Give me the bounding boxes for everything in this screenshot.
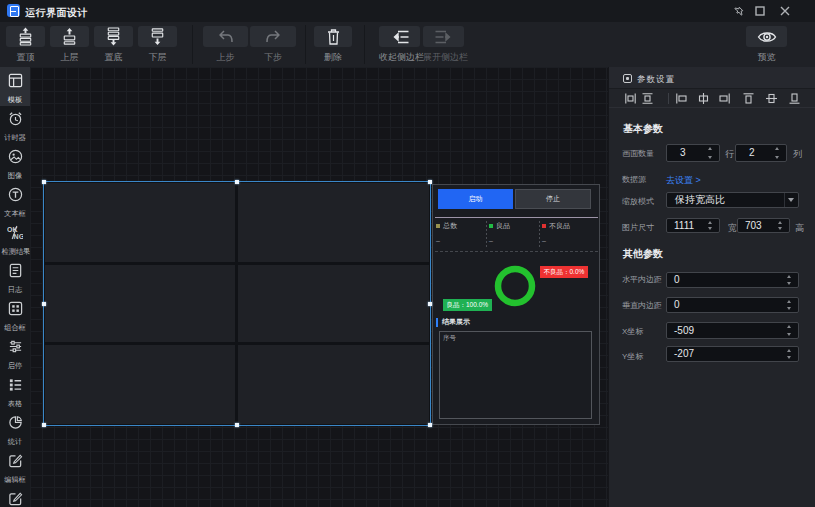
svg-text:NG: NG (14, 233, 23, 240)
